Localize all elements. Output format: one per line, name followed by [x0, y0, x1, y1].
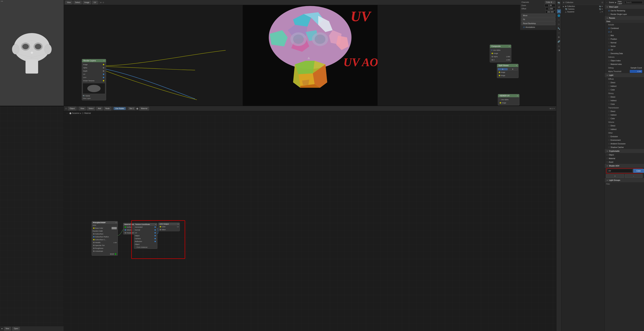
collection-expand[interactable]: ▶ [563, 6, 564, 7]
split-b-btn[interactable]: B [508, 68, 518, 70]
use-rendering-check[interactable] [608, 10, 610, 12]
glossy-direct-check[interactable] [608, 96, 610, 98]
3d-viewport[interactable]: ✛ [0, 0, 64, 106]
shader-select-btn[interactable]: Select [87, 107, 95, 110]
offset-x-field[interactable] [546, 7, 555, 10]
offset-y-field[interactable] [546, 10, 555, 13]
composite-node[interactable]: Composite × Use Alpha Image Alpha [490, 44, 511, 62]
view-layer-section-header[interactable]: ▼ View Layer [605, 5, 644, 9]
render-layers-node[interactable]: Render Layers × Image Alpha Depth [82, 59, 106, 100]
shadow-catcher-check[interactable] [608, 146, 610, 148]
combined-check[interactable] [608, 27, 610, 29]
slot-indicator[interactable]: Slot 1 [128, 107, 135, 110]
camera-name[interactable]: Camera [568, 8, 574, 10]
split-a-btn[interactable]: A [498, 68, 508, 70]
ambient-occ-check[interactable] [608, 143, 610, 145]
composite-alpha-check[interactable] [491, 49, 492, 51]
vol-indirect-check[interactable] [608, 128, 610, 130]
shader-node-editor[interactable]: ⬡ Object View Select Add Node Use Nodes … [64, 106, 556, 331]
properties-search[interactable] [624, 1, 642, 4]
filter-icon[interactable]: ⊡ [602, 2, 603, 4]
aov-add-btn[interactable]: + [606, 174, 624, 178]
viewer-uv-node[interactable]: VIEWER UV × Use Alpha Image [498, 94, 520, 105]
principled-bsdf-node[interactable]: Principled BSDF × GGX Base Color [92, 221, 118, 256]
vector-check[interactable] [608, 45, 610, 47]
trans-indirect-check[interactable] [608, 114, 610, 116]
render-layers-close[interactable]: × [104, 60, 104, 62]
tc-instancer-check[interactable] [135, 246, 136, 248]
reset-backdrop-button[interactable]: Reset Backdrop [522, 22, 555, 25]
aov-output-node[interactable]: AOV Output × Color UV Value [158, 222, 180, 231]
normal-check[interactable] [608, 42, 610, 44]
uv-editor[interactable]: View Select Image UV ⊞ ⊡ [64, 0, 556, 106]
cryptomatte-header[interactable]: ▼ Cryptomatte [605, 149, 644, 153]
color-alpha-indicator[interactable]: Color & ... [545, 1, 555, 4]
shader-view-btn[interactable]: View [79, 107, 86, 110]
glossy-indirect-check[interactable] [608, 100, 610, 102]
annotations-checkbox[interactable] [523, 26, 525, 28]
open-button[interactable]: Open [12, 327, 20, 330]
texture-coord-node[interactable]: Texture Coordinate × Generated Normal [134, 223, 157, 249]
glossy-color-check[interactable] [608, 103, 610, 105]
mist-check[interactable] [608, 34, 610, 36]
uv-passes-check[interactable] [608, 49, 610, 51]
modifiers-icon[interactable]: 🔧 [557, 26, 561, 30]
move-button[interactable]: Move [522, 14, 555, 17]
physics-icon[interactable]: ⚙ [557, 35, 561, 39]
aov-remove-btn[interactable]: - [625, 174, 643, 178]
view-layer-icon active[interactable]: ⊞ [557, 9, 561, 13]
composite-close[interactable]: × [509, 46, 510, 47]
use-nodes-button[interactable]: Use Nodes [114, 107, 126, 110]
trans-color-check[interactable] [608, 118, 610, 120]
trans-direct-check[interactable] [608, 110, 610, 112]
texture-coord-close[interactable]: × [155, 224, 156, 225]
diffuse-indirect-check[interactable] [608, 85, 610, 87]
z-check[interactable] [608, 31, 610, 33]
crypto-object-check[interactable] [606, 154, 608, 156]
render-single-check[interactable] [608, 13, 610, 15]
object-icon[interactable]: □ [557, 22, 561, 26]
denoising-check[interactable] [608, 52, 610, 54]
shader-node-btn[interactable]: Node [104, 107, 111, 110]
diffuse-color-check[interactable] [608, 89, 610, 91]
fit-button[interactable]: Fit [522, 18, 555, 21]
crypto-material-check[interactable] [606, 158, 608, 160]
passes-section-header[interactable]: ▼ Passes [605, 16, 644, 20]
crypto-asset-check[interactable] [606, 161, 608, 163]
vol-direct-check[interactable] [608, 125, 610, 127]
data-icon[interactable]: △ [557, 44, 561, 48]
suzanne-name[interactable]: Suzanne [567, 11, 574, 13]
principled-close[interactable]: × [116, 222, 116, 224]
aov-name-field[interactable] [607, 169, 632, 173]
position-check[interactable] [608, 38, 610, 40]
split-viewer-node[interactable]: Split Viewer × A B Image Image [497, 64, 518, 78]
shader-add-btn[interactable]: Add [96, 107, 103, 110]
material-index-check[interactable] [608, 63, 610, 65]
split-viewer-close[interactable]: × [516, 65, 517, 66]
shader-object-btn[interactable]: Object [68, 107, 76, 110]
aov-close[interactable]: × [178, 223, 178, 225]
back-btn[interactable]: ← [606, 2, 608, 4]
object-index-check[interactable] [608, 60, 610, 62]
scene-icon[interactable]: 🌐 [557, 14, 561, 18]
light-groups-header[interactable]: ▼ Light Groups [605, 178, 644, 182]
shader-aov-header[interactable]: ▼ Shader AOV [605, 164, 644, 168]
viewer-uv-close[interactable]: × [517, 95, 518, 97]
material-btn[interactable]: Material [139, 107, 149, 110]
shader-editor-left[interactable]: New Open [0, 106, 64, 331]
new-button[interactable]: New [4, 327, 11, 330]
environment-check[interactable] [608, 139, 610, 141]
light-section-header[interactable]: ▼ Light [605, 73, 644, 77]
constraints-icon[interactable]: 🔗 [557, 40, 561, 44]
world-icon[interactable]: ○ [557, 18, 561, 22]
render-icon[interactable]: 📷 [557, 1, 561, 5]
diffuse-direct-check[interactable] [608, 82, 610, 84]
pb-base-swatch[interactable] [112, 227, 117, 230]
material-prop-icon[interactable]: ◑ [557, 48, 561, 52]
particles-icon[interactable]: ⋯ [557, 31, 561, 35]
aov-type-field[interactable] [633, 169, 644, 173]
viewer-uv-alpha-check[interactable] [499, 99, 500, 100]
alpha-threshold-bar[interactable]: 0.500 [630, 70, 642, 73]
emission-check[interactable] [608, 136, 610, 138]
zoom-field[interactable] [544, 4, 555, 7]
